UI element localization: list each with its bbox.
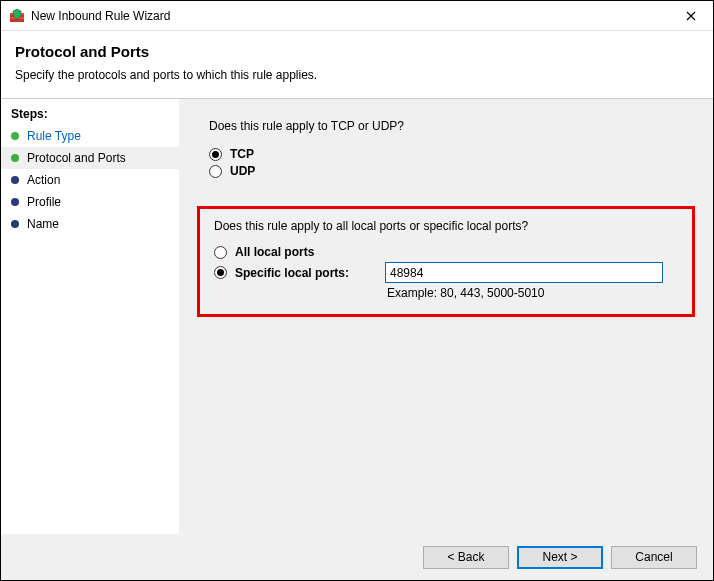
radio-icon (209, 148, 222, 161)
cancel-button[interactable]: Cancel (611, 546, 697, 569)
specific-ports-input[interactable] (385, 262, 663, 283)
step-profile[interactable]: Profile (1, 191, 179, 213)
radio-label: Specific local ports: (235, 266, 385, 280)
step-rule-type[interactable]: Rule Type (1, 125, 179, 147)
highlight-box: Does this rule apply to all local ports … (197, 206, 695, 317)
close-button[interactable] (669, 1, 713, 31)
radio-icon (214, 246, 227, 259)
ports-example-text: Example: 80, 443, 5000-5010 (387, 286, 680, 300)
step-link-label[interactable]: Rule Type (27, 129, 81, 143)
window-title: New Inbound Rule Wizard (31, 9, 669, 23)
step-bullet-icon (11, 176, 19, 184)
step-label: Action (27, 173, 60, 187)
radio-label: UDP (230, 164, 255, 178)
step-bullet-icon (11, 198, 19, 206)
wizard-window: New Inbound Rule Wizard Protocol and Por… (0, 0, 714, 581)
radio-label: All local ports (235, 245, 314, 259)
radio-icon (214, 266, 227, 279)
question-ports: Does this rule apply to all local ports … (214, 219, 680, 233)
back-button[interactable]: < Back (423, 546, 509, 569)
page-title: Protocol and Ports (15, 43, 699, 60)
radio-udp[interactable]: UDP (209, 164, 695, 178)
step-label: Name (27, 217, 59, 231)
radio-all-local-ports[interactable]: All local ports (214, 245, 680, 259)
radio-label: TCP (230, 147, 254, 161)
main-panel: Does this rule apply to TCP or UDP? TCP … (179, 99, 713, 534)
wizard-header: Protocol and Ports Specify the protocols… (1, 31, 713, 98)
page-subtitle: Specify the protocols and ports to which… (15, 68, 699, 82)
radio-icon (209, 165, 222, 178)
firewall-icon (9, 8, 25, 24)
step-label: Protocol and Ports (27, 151, 126, 165)
question-protocol: Does this rule apply to TCP or UDP? (209, 119, 695, 133)
step-bullet-icon (11, 220, 19, 228)
step-action[interactable]: Action (1, 169, 179, 191)
radio-tcp[interactable]: TCP (209, 147, 695, 161)
step-protocol-ports[interactable]: Protocol and Ports (1, 147, 179, 169)
next-button[interactable]: Next > (517, 546, 603, 569)
titlebar: New Inbound Rule Wizard (1, 1, 713, 31)
radio-specific-local-ports[interactable]: Specific local ports: (214, 262, 680, 283)
step-bullet-icon (11, 154, 19, 162)
step-bullet-icon (11, 132, 19, 140)
step-label: Profile (27, 195, 61, 209)
step-name[interactable]: Name (1, 213, 179, 235)
steps-heading: Steps: (1, 107, 179, 125)
steps-sidebar: Steps: Rule Type Protocol and Ports Acti… (1, 99, 179, 534)
wizard-footer: < Back Next > Cancel (1, 534, 713, 580)
content-area: Steps: Rule Type Protocol and Ports Acti… (1, 98, 713, 534)
